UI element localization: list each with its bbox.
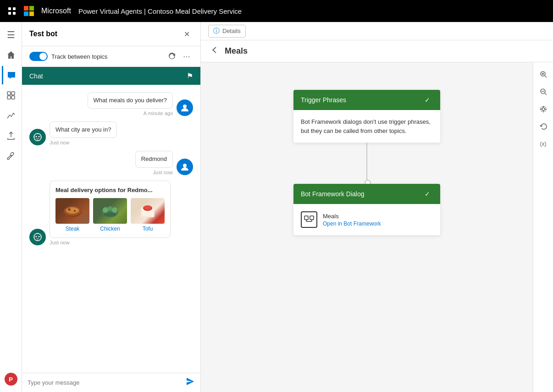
bf-node-body: Meals Open in Bot Framework (293, 204, 440, 235)
svg-point-10 (36, 136, 37, 138)
trigger-node-text: Bot Framework dialogs don't use trigger … (301, 118, 431, 134)
canvas-content: Trigger Phrases ✓ Bot Framework dialogs … (201, 62, 553, 392)
svg-line-37 (545, 93, 547, 95)
user-avatar-2 (177, 159, 193, 175)
close-button[interactable]: ✕ (180, 28, 193, 40)
list-item: Steak (55, 198, 89, 232)
user-bubble-1: What meals do you deliver? (88, 92, 173, 109)
sidebar-item-publish[interactable] (2, 127, 20, 145)
sidebar-item-analytics[interactable] (2, 106, 20, 125)
steak-image (55, 198, 89, 224)
svg-point-15 (39, 236, 40, 237)
svg-point-22 (103, 207, 108, 213)
svg-point-39 (542, 108, 545, 110)
open-in-bot-framework-link[interactable]: Open in Bot Framework (323, 221, 381, 227)
user-message-1-text: What meals do you deliver? (94, 97, 167, 104)
flow-connector (366, 143, 367, 184)
message-row: What meals do you deliver? A minute ago (29, 92, 193, 116)
svg-point-8 (183, 105, 187, 108)
back-button[interactable] (210, 45, 219, 57)
sidebar-item-user[interactable]: P (2, 370, 20, 388)
svg-point-29 (144, 205, 151, 210)
send-button[interactable] (186, 377, 195, 388)
trigger-phrases-node[interactable]: Trigger Phrases ✓ Bot Framework dialogs … (293, 90, 440, 143)
bot-message-1-content: What city are you in? Just now (50, 121, 117, 145)
track-icons: ⋯ (166, 50, 193, 63)
variables-button[interactable]: (x) (535, 136, 552, 152)
user-message-2-timestamp: Just now (153, 170, 173, 175)
chicken-label: Chicken (100, 226, 120, 232)
svg-point-25 (104, 212, 116, 217)
zoom-out-button[interactable] (535, 83, 552, 100)
undo-button[interactable] (535, 118, 552, 135)
top-navigation: Microsoft Power Virtual Agents | Contoso… (0, 0, 553, 22)
meal-card: Meal delivery options for Redmo... (50, 181, 171, 238)
app-grid-icon[interactable] (6, 5, 18, 17)
user-message-1-timestamp: A minute ago (144, 110, 173, 116)
steak-label: Steak (66, 226, 80, 232)
details-tab-label: Details (222, 28, 241, 34)
list-item: Chicken (93, 198, 127, 232)
bot-framework-node[interactable]: Bot Framework Dialog ✓ (293, 184, 440, 235)
info-icon: ⓘ (213, 27, 220, 35)
details-tab-item[interactable]: ⓘ Details (208, 25, 246, 38)
chat-input-area (22, 373, 200, 392)
app-title: Power Virtual Agents | Contoso Meal Deli… (78, 7, 242, 15)
svg-point-11 (39, 136, 40, 138)
bf-dialog-name: Meals (323, 213, 381, 220)
tofu-label: Tofu (143, 226, 153, 232)
sidebar-item-topics[interactable] (2, 86, 20, 105)
user-message-2-content: Redmond Just now (135, 151, 173, 175)
sidebar-item-home[interactable] (2, 46, 20, 64)
sidebar-item-menu[interactable]: ☰ (2, 26, 20, 44)
canvas-area: ⓘ Details Meals Trigger Phrases (201, 22, 553, 392)
chat-input[interactable] (28, 379, 182, 386)
bot-message-1-timestamp: Just now (50, 140, 69, 145)
svg-rect-0 (8, 7, 11, 10)
svg-rect-4 (7, 92, 11, 95)
message-row: Meal delivery options for Redmo... (29, 181, 193, 245)
trigger-node-body: Bot Framework dialogs don't use trigger … (293, 110, 440, 143)
svg-rect-1 (13, 7, 16, 10)
list-item: Tofu (131, 198, 165, 232)
svg-rect-30 (304, 216, 308, 220)
track-toggle[interactable] (29, 52, 48, 61)
chat-tab-label: Chat (29, 72, 43, 80)
center-button[interactable] (535, 101, 552, 117)
chat-tab[interactable]: Chat ⚑ (22, 67, 200, 85)
svg-point-23 (108, 206, 112, 211)
svg-point-13 (34, 233, 41, 241)
svg-rect-2 (8, 12, 11, 15)
bot-bubble-1: What city are you in? (50, 121, 117, 138)
canvas-header: Meals (201, 40, 553, 62)
trigger-node-header: Trigger Phrases ✓ (293, 90, 440, 110)
sidebar-item-tools[interactable] (2, 147, 20, 165)
svg-point-9 (34, 133, 41, 141)
bot-card-timestamp: Just now (50, 240, 69, 245)
meal-items: Steak (55, 198, 165, 232)
svg-rect-6 (7, 96, 11, 99)
bf-check-icon: ✓ (422, 188, 433, 199)
microsoft-logo (24, 6, 34, 16)
chat-panel-header: Test bot ✕ (22, 22, 200, 46)
meal-card-title: Meal delivery options for Redmo... (55, 187, 165, 193)
canvas-toolbar: (x) (533, 62, 553, 392)
flow-nodes: Trigger Phrases ✓ Bot Framework dialogs … (293, 90, 440, 235)
zoom-in-button[interactable] (535, 66, 552, 83)
tofu-image (131, 198, 165, 224)
refresh-icon[interactable] (166, 50, 178, 63)
svg-point-20 (74, 210, 76, 212)
sidebar-item-chat[interactable] (2, 66, 20, 84)
user-message-1-content: What meals do you deliver? A minute ago (88, 92, 173, 116)
track-text: Track between topics (51, 53, 107, 60)
chat-panel-title: Test bot (29, 30, 57, 38)
track-label: Track between topics (29, 52, 107, 61)
bot-avatar-2 (29, 229, 46, 245)
bf-node-title: Bot Framework Dialog (301, 190, 365, 198)
user-avatar (177, 99, 193, 116)
flow-canvas: Trigger Phrases ✓ Bot Framework dialogs … (201, 62, 533, 392)
more-options-icon[interactable]: ⋯ (180, 50, 193, 63)
bf-info: Meals Open in Bot Framework (323, 213, 381, 227)
svg-point-14 (36, 236, 37, 237)
sidebar: ☰ (0, 22, 22, 392)
